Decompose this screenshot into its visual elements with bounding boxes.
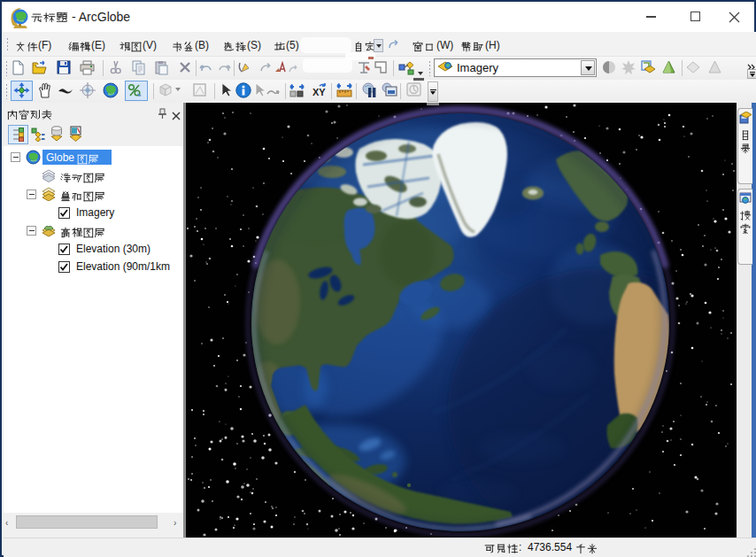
svg-text:XY: XY — [312, 87, 326, 97]
